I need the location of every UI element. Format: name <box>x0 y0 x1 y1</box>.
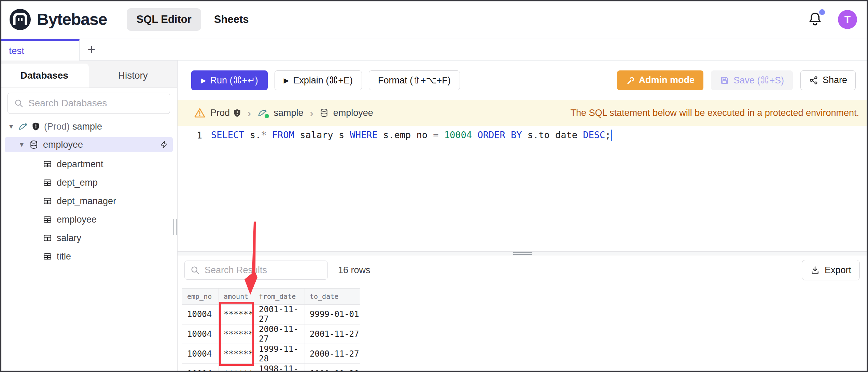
sidebar-table-dept_manager[interactable]: dept_manager <box>0 192 178 210</box>
tab-databases[interactable]: Databases <box>0 64 89 88</box>
column-header-from_date[interactable]: from_date <box>254 289 305 305</box>
save-button[interactable]: Save (⌘+S) <box>711 70 793 90</box>
table-icon <box>43 197 52 205</box>
instance-env-label: (Prod) <box>44 121 70 132</box>
table-icon <box>43 215 52 224</box>
table-row[interactable]: 10004******1999-11-282000-11-27 <box>182 344 360 364</box>
table-row[interactable]: 10004******1998-11-281999-11-28 <box>182 364 360 372</box>
line-number: 1 <box>178 130 202 141</box>
table-cell: ****** <box>219 344 254 364</box>
export-button[interactable]: Export <box>802 260 860 280</box>
table-cell: 2000-11-27 <box>254 324 305 344</box>
table-cell: 10004 <box>182 305 219 324</box>
results-table[interactable]: emp_noamountfrom_dateto_date 10004******… <box>182 288 360 372</box>
table-cell: 10004 <box>182 344 219 364</box>
mysql-dolphin-icon <box>18 121 29 132</box>
table-cell: 9999-01-01 <box>305 305 360 324</box>
bytebase-sql-editor-window: Bytebase SQL Editor Sheets T test + Data… <box>0 0 868 372</box>
table-row[interactable]: 10004******2000-11-272001-11-27 <box>182 324 360 344</box>
environment-shield-icon <box>32 122 40 131</box>
sheet-tab-bar: test + <box>0 39 868 61</box>
environment-shield-icon <box>233 109 241 117</box>
table-icon <box>43 160 52 169</box>
breadcrumb-table[interactable]: employee <box>333 108 373 118</box>
format-button[interactable]: Format (⇧+⌥+F) <box>369 70 460 90</box>
database-name-label: employee <box>43 140 83 150</box>
save-floppy-icon <box>720 76 729 85</box>
results-toolbar: 16 rows Export <box>178 255 868 288</box>
sidebar-table-title[interactable]: title <box>0 247 178 266</box>
new-tab-button[interactable]: + <box>82 39 101 59</box>
text-cursor <box>611 130 612 141</box>
protected-environment-warning: The SQL statement below will be executed… <box>571 108 859 118</box>
search-databases-input[interactable] <box>28 97 170 109</box>
sidebar-resize-handle[interactable] <box>173 219 177 235</box>
chevron-down-icon[interactable]: ▾ <box>9 123 15 130</box>
nav-sql-editor[interactable]: SQL Editor <box>127 8 201 31</box>
nav-sheets[interactable]: Sheets <box>214 13 249 26</box>
split-drag-handle[interactable] <box>513 252 532 255</box>
lightning-bolt-icon[interactable] <box>160 140 168 149</box>
sidebar-tabs: Databases History <box>0 61 177 88</box>
table-cell: 1998-11-28 <box>254 364 305 372</box>
download-icon <box>810 265 820 275</box>
database-tree: ▾ (Prod) sample ▾ <box>0 118 178 266</box>
column-header-to_date[interactable]: to_date <box>305 289 360 305</box>
table-row[interactable]: 10004******2001-11-279999-01-01 <box>182 305 360 324</box>
table-cell: 2000-11-27 <box>305 344 360 364</box>
sidebar-table-salary[interactable]: salary <box>0 229 178 247</box>
search-icon <box>190 265 200 275</box>
share-button[interactable]: Share <box>800 70 856 90</box>
table-cell: ****** <box>219 364 254 372</box>
table-icon <box>43 234 52 242</box>
database-icon <box>29 140 38 149</box>
table-cell: 10004 <box>182 324 219 344</box>
table-cell: 10004 <box>182 364 219 372</box>
breadcrumb-environment[interactable]: Prod <box>210 108 230 118</box>
tab-test[interactable]: test <box>0 39 80 61</box>
table-cell: 1999-11-28 <box>305 364 360 372</box>
instance-name-label: sample <box>72 121 102 132</box>
app-header: Bytebase SQL Editor Sheets T <box>0 0 868 39</box>
breadcrumb-database[interactable]: sample <box>274 108 303 118</box>
connection-status-dot <box>264 113 270 119</box>
sql-editor[interactable]: 1 SELECT s.* FROM salary s WHERE s.emp_n… <box>178 126 868 251</box>
sql-statement[interactable]: SELECT s.* FROM salary s WHERE s.emp_no … <box>211 130 612 142</box>
column-header-amount[interactable]: amount <box>219 289 254 305</box>
database-search-box <box>8 93 170 114</box>
results-header-row: emp_noamountfrom_dateto_date <box>182 289 360 305</box>
mysql-dolphin-icon <box>257 108 269 118</box>
panel-split-divider[interactable] <box>178 251 868 255</box>
notification-bell-icon[interactable] <box>808 11 823 28</box>
search-icon <box>14 98 24 108</box>
tree-instance-row[interactable]: ▾ (Prod) sample <box>0 118 178 135</box>
tree-database-row-selected[interactable]: ▾ employee <box>5 137 173 152</box>
explain-button[interactable]: ▶ Explain (⌘+E) <box>275 70 362 90</box>
wrench-icon <box>626 76 635 85</box>
admin-mode-button[interactable]: Admin mode <box>617 70 704 90</box>
sidebar-table-employee[interactable]: employee <box>0 210 178 229</box>
notification-badge <box>819 9 825 15</box>
tab-history[interactable]: History <box>89 64 178 88</box>
row-count-label: 16 rows <box>338 255 370 285</box>
table-cell: ****** <box>219 305 254 324</box>
search-results-input[interactable] <box>204 265 327 276</box>
bytebase-logo-icon <box>9 8 31 31</box>
sidebar-table-dept_emp[interactable]: dept_emp <box>0 173 178 192</box>
results-search-box <box>184 261 328 280</box>
share-icon <box>809 76 818 85</box>
avatar[interactable]: T <box>838 10 857 29</box>
brand-title: Bytebase <box>37 10 107 29</box>
table-list: departmentdept_empdept_manageremployeesa… <box>0 155 178 266</box>
table-cell: 2001-11-27 <box>305 324 360 344</box>
run-button[interactable]: ▶ Run (⌘+↵) <box>191 70 268 90</box>
table-cell: ****** <box>219 324 254 344</box>
editor-toolbar: ▶ Run (⌘+↵) ▶ Explain (⌘+E) Format (⇧+⌥+… <box>178 61 868 100</box>
table-icon <box>43 252 52 261</box>
table-cell: 1999-11-28 <box>254 344 305 364</box>
table-cell: 2001-11-27 <box>254 305 305 324</box>
database-icon <box>320 108 328 118</box>
column-header-emp_no[interactable]: emp_no <box>182 289 219 305</box>
sidebar-table-department[interactable]: department <box>0 155 178 173</box>
chevron-down-icon[interactable]: ▾ <box>20 141 25 148</box>
